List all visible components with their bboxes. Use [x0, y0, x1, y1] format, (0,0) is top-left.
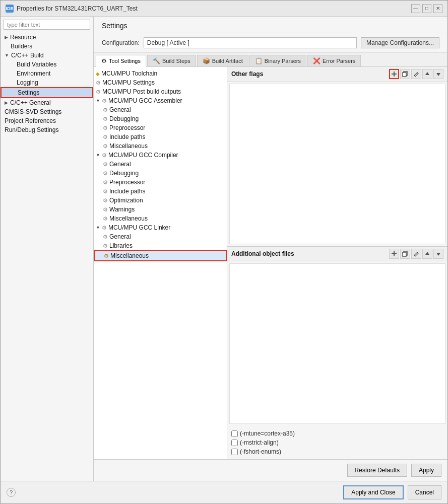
tree-item-comp-miscellaneous[interactable]: ⚙ Miscellaneous — [94, 214, 227, 223]
sidebar-item-build-variables[interactable]: Build Variables — [1, 60, 93, 69]
tree-item-asm-preprocessor[interactable]: ⚙ Preprocessor — [94, 123, 227, 132]
tree-item-asm-general[interactable]: ⚙ General — [94, 105, 227, 114]
tree-item-comp-warnings[interactable]: ⚙ Warnings — [94, 205, 227, 214]
minimize-button[interactable]: — — [411, 4, 420, 13]
tree-item-mcu-gcc-assembler[interactable]: ▼ ⚙ MCU/MPU GCC Assembler — [94, 96, 227, 105]
additional-object-list[interactable] — [229, 263, 445, 424]
footer-right: Apply and Close Cancel — [343, 485, 441, 499]
sidebar-item-cmsis-svd[interactable]: CMSIS-SVD Settings — [1, 107, 93, 116]
sidebar-item-label: Logging — [17, 79, 38, 86]
title-bar: IDE Properties for STM32L431RCT6_UART_Te… — [1, 1, 447, 17]
tab-build-steps[interactable]: 🔨 Build Steps — [147, 55, 196, 66]
manage-configurations-button[interactable]: Manage Configurations... — [361, 37, 439, 48]
comp-general-icon: ⚙ — [103, 161, 108, 168]
edit-flag-button[interactable] — [411, 69, 421, 79]
arrow-icon: ▼ — [5, 53, 9, 58]
cancel-button[interactable]: Cancel — [408, 485, 441, 499]
close-button[interactable]: ✕ — [433, 4, 442, 13]
sidebar-item-resource[interactable]: ▶ Resource — [1, 33, 93, 42]
filter-input[interactable] — [4, 20, 90, 30]
link-libraries-icon: ⚙ — [103, 243, 108, 249]
sidebar-item-c-cpp-general[interactable]: ▶ C/C++ General — [1, 98, 93, 107]
checkbox-mtune: (-mtune=cortex-a35) — [231, 429, 443, 438]
add-icon — [391, 71, 397, 77]
config-label: Configuration: — [102, 39, 140, 46]
asm-misc-icon: ⚙ — [103, 143, 108, 150]
other-flags-title: Other flags — [231, 70, 263, 78]
tab-label: Binary Parsers — [265, 58, 301, 64]
mstrict-align-checkbox[interactable] — [231, 440, 238, 446]
sidebar-item-c-cpp-build[interactable]: ▼ C/C++ Build — [1, 51, 93, 60]
sidebar-item-label: Resource — [10, 34, 36, 41]
tree-item-label: MCU/MPU Toolchain — [101, 70, 157, 77]
tree-item-link-general[interactable]: ⚙ General — [94, 232, 227, 241]
sidebar: ▶ Resource Builders ▼ C/C++ Build Build … — [1, 17, 94, 481]
sidebar-item-rundebug[interactable]: Run/Debug Settings — [1, 125, 93, 134]
tree-item-mcu-toolchain[interactable]: ◆ MCU/MPU Toolchain — [94, 69, 227, 78]
tab-label: Build Steps — [162, 58, 190, 64]
checkboxes-area: (-mtune=cortex-a35) (-mstrict-align) (-f… — [227, 426, 447, 459]
tree-item-asm-miscellaneous[interactable]: ⚙ Miscellaneous — [94, 141, 227, 151]
tree-item-asm-debugging[interactable]: ⚙ Debugging — [94, 114, 227, 123]
expand-arrow: ▼ — [96, 225, 100, 230]
sidebar-item-environment[interactable]: Environment — [1, 69, 93, 78]
ide-icon: IDE — [6, 5, 14, 13]
tree-item-label: General — [109, 233, 131, 240]
tree-item-mcu-post-build[interactable]: ⚙ MCU/MPU Post build outputs — [94, 87, 227, 96]
edit-obj-icon — [413, 251, 419, 257]
tab-binary-parsers[interactable]: 📋 Binary Parsers — [249, 55, 306, 66]
edit-obj-button[interactable] — [411, 249, 421, 259]
tab-build-artifact[interactable]: 📦 Build Artifact — [197, 55, 248, 66]
tree-item-comp-include-paths[interactable]: ⚙ Include paths — [94, 187, 227, 196]
tree-item-comp-debugging[interactable]: ⚙ Debugging — [94, 169, 227, 178]
copy-icon — [402, 71, 408, 77]
tab-tool-settings[interactable]: ⚙ Tool Settings — [96, 55, 146, 67]
move-down-button[interactable] — [433, 69, 443, 79]
tree-item-label: Optimization — [109, 197, 143, 204]
tree-item-mcu-settings[interactable]: ⚙ MCU/MPU Settings — [94, 78, 227, 87]
add-flag-button[interactable] — [389, 69, 399, 79]
tree-item-mcu-gcc-compiler[interactable]: ▼ ⚙ MCU/MPU GCC Compiler — [94, 151, 227, 160]
move-up-obj-button[interactable] — [422, 249, 432, 259]
fshort-enums-checkbox[interactable] — [231, 449, 238, 455]
sidebar-item-logging[interactable]: Logging — [1, 78, 93, 87]
tree-item-comp-optimization[interactable]: ⚙ Optimization — [94, 196, 227, 205]
additional-object-actions — [389, 249, 443, 259]
tree-item-link-miscellaneous[interactable]: ⚙ Miscellaneous — [94, 250, 227, 261]
sidebar-item-label: Builders — [11, 43, 32, 50]
copy-obj-button[interactable] — [400, 249, 410, 259]
maximize-button[interactable]: □ — [422, 4, 431, 13]
add-obj-button[interactable] — [389, 249, 399, 259]
help-button[interactable]: ? — [7, 488, 16, 497]
sidebar-item-settings[interactable]: Settings — [1, 87, 93, 98]
tree-item-comp-general[interactable]: ⚙ General — [94, 160, 227, 169]
other-flags-list[interactable] — [229, 84, 445, 244]
fshort-enums-label: (-fshort-enums) — [240, 448, 281, 455]
other-flags-actions — [389, 69, 443, 79]
sidebar-item-project-refs[interactable]: Project References — [1, 116, 93, 125]
config-dropdown[interactable]: Debug [ Active ] — [144, 37, 357, 48]
move-down-obj-button[interactable] — [433, 249, 443, 259]
tree-item-label: Debugging — [109, 170, 139, 177]
sidebar-item-builders[interactable]: Builders — [1, 42, 93, 51]
move-up-button[interactable] — [422, 69, 432, 79]
apply-button[interactable]: Apply — [411, 464, 441, 477]
comp-misc-icon: ⚙ — [103, 215, 108, 222]
restore-defaults-button[interactable]: Restore Defaults — [347, 464, 407, 477]
tree-item-link-libraries[interactable]: ⚙ Libraries — [94, 241, 227, 250]
additional-object-title: Additional object files — [231, 250, 294, 257]
dialog: IDE Properties for STM32L431RCT6_UART_Te… — [0, 0, 448, 504]
expand-arrow: ▼ — [96, 153, 100, 158]
tree-item-label: MCU/MPU Post build outputs — [102, 88, 181, 95]
tree-item-comp-preprocessor[interactable]: ⚙ Preprocessor — [94, 178, 227, 187]
tab-error-parsers[interactable]: ❌ Error Parsers — [307, 55, 361, 66]
mtune-checkbox[interactable] — [231, 430, 238, 437]
compiler-icon: ⚙ — [102, 152, 107, 159]
apply-and-close-button[interactable]: Apply and Close — [343, 485, 403, 499]
tree-item-label: Libraries — [109, 242, 133, 249]
tree-item-label: Warnings — [109, 206, 135, 213]
tree-item-asm-include-paths[interactable]: ⚙ Include paths — [94, 132, 227, 141]
copy-flag-button[interactable] — [400, 69, 410, 79]
tree-item-mcu-gcc-linker[interactable]: ▼ ⚙ MCU/MPU GCC Linker — [94, 223, 227, 232]
comp-optim-icon: ⚙ — [103, 197, 108, 204]
